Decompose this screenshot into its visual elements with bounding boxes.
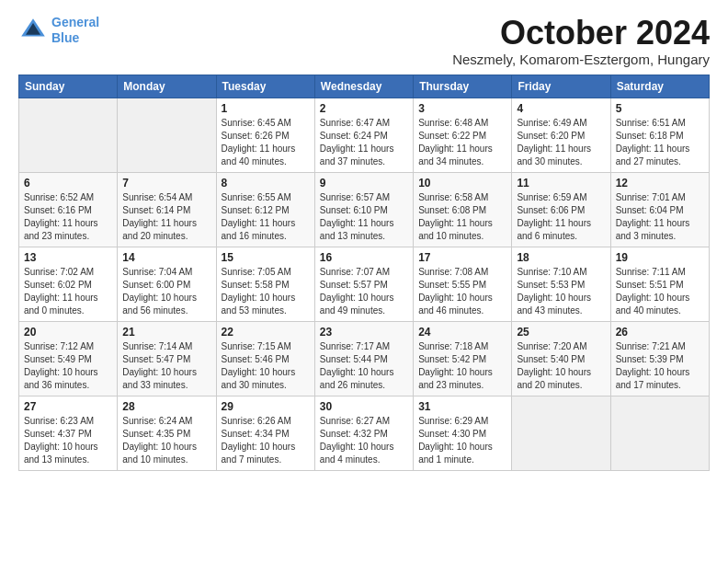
day-info: Sunrise: 6:55 AMSunset: 6:12 PMDaylight:… <box>222 191 310 243</box>
day-info: Sunrise: 7:11 AMSunset: 5:51 PMDaylight:… <box>616 266 704 317</box>
day-info: Sunrise: 6:26 AMSunset: 4:34 PMDaylight:… <box>222 415 310 466</box>
month-title: October 2024 <box>452 15 710 52</box>
day-cell: 31Sunrise: 6:29 AMSunset: 4:30 PMDayligh… <box>414 396 512 470</box>
day-number: 12 <box>616 177 704 190</box>
day-number: 30 <box>320 400 408 413</box>
day-cell: 28Sunrise: 6:24 AMSunset: 4:35 PMDayligh… <box>118 396 216 470</box>
week-row-1: 1Sunrise: 6:45 AMSunset: 6:26 PMDaylight… <box>19 98 710 172</box>
day-number: 4 <box>517 102 605 115</box>
day-info: Sunrise: 6:24 AMSunset: 4:35 PMDaylight:… <box>122 415 210 466</box>
day-info: Sunrise: 7:07 AMSunset: 5:57 PMDaylight:… <box>320 266 408 317</box>
day-number: 13 <box>24 251 112 264</box>
day-cell: 8Sunrise: 6:55 AMSunset: 6:12 PMDaylight… <box>216 172 314 247</box>
day-info: Sunrise: 6:58 AMSunset: 6:08 PMDaylight:… <box>418 191 506 243</box>
day-number: 24 <box>418 326 506 339</box>
day-cell: 9Sunrise: 6:57 AMSunset: 6:10 PMDaylight… <box>314 172 413 247</box>
day-number: 15 <box>222 251 310 264</box>
day-info: Sunrise: 7:08 AMSunset: 5:55 PMDaylight:… <box>418 266 506 317</box>
day-info: Sunrise: 6:51 AMSunset: 6:18 PMDaylight:… <box>616 117 704 168</box>
day-cell: 24Sunrise: 7:18 AMSunset: 5:42 PMDayligh… <box>414 321 512 396</box>
day-info: Sunrise: 6:59 AMSunset: 6:06 PMDaylight:… <box>517 191 605 243</box>
weekday-header-wednesday: Wednesday <box>314 75 413 98</box>
day-number: 3 <box>418 102 506 115</box>
day-cell: 13Sunrise: 7:02 AMSunset: 6:02 PMDayligh… <box>19 247 118 321</box>
day-info: Sunrise: 7:12 AMSunset: 5:49 PMDaylight:… <box>24 340 112 392</box>
logo-text: General Blue <box>51 15 99 46</box>
day-info: Sunrise: 7:01 AMSunset: 6:04 PMDaylight:… <box>616 191 704 243</box>
calendar-table: SundayMondayTuesdayWednesdayThursdayFrid… <box>18 75 710 471</box>
day-cell: 11Sunrise: 6:59 AMSunset: 6:06 PMDayligh… <box>512 172 610 247</box>
weekday-header-monday: Monday <box>118 75 216 98</box>
day-info: Sunrise: 6:29 AMSunset: 4:30 PMDaylight:… <box>418 415 506 466</box>
logo: General Blue <box>18 15 99 46</box>
day-cell: 26Sunrise: 7:21 AMSunset: 5:39 PMDayligh… <box>610 321 709 396</box>
day-cell: 7Sunrise: 6:54 AMSunset: 6:14 PMDaylight… <box>118 172 216 247</box>
day-number: 23 <box>320 326 408 339</box>
week-row-3: 13Sunrise: 7:02 AMSunset: 6:02 PMDayligh… <box>19 247 710 321</box>
day-cell: 19Sunrise: 7:11 AMSunset: 5:51 PMDayligh… <box>610 247 709 321</box>
day-cell: 6Sunrise: 6:52 AMSunset: 6:16 PMDaylight… <box>19 172 118 247</box>
day-number: 10 <box>418 177 506 190</box>
day-info: Sunrise: 7:18 AMSunset: 5:42 PMDaylight:… <box>418 340 506 392</box>
day-info: Sunrise: 7:14 AMSunset: 5:47 PMDaylight:… <box>122 340 210 392</box>
day-number: 28 <box>122 400 210 413</box>
day-number: 11 <box>517 177 605 190</box>
week-row-5: 27Sunrise: 6:23 AMSunset: 4:37 PMDayligh… <box>19 396 710 470</box>
weekday-header-friday: Friday <box>512 75 610 98</box>
day-number: 22 <box>222 326 310 339</box>
day-cell: 3Sunrise: 6:48 AMSunset: 6:22 PMDaylight… <box>414 98 512 172</box>
logo-icon <box>18 16 48 45</box>
day-info: Sunrise: 7:10 AMSunset: 5:53 PMDaylight:… <box>517 266 605 317</box>
day-info: Sunrise: 7:20 AMSunset: 5:40 PMDaylight:… <box>517 340 605 392</box>
day-number: 7 <box>122 177 210 190</box>
day-info: Sunrise: 6:57 AMSunset: 6:10 PMDaylight:… <box>320 191 408 243</box>
day-cell <box>512 396 610 470</box>
day-info: Sunrise: 6:48 AMSunset: 6:22 PMDaylight:… <box>418 117 506 168</box>
day-info: Sunrise: 7:02 AMSunset: 6:02 PMDaylight:… <box>24 266 112 317</box>
day-cell: 18Sunrise: 7:10 AMSunset: 5:53 PMDayligh… <box>512 247 610 321</box>
day-number: 6 <box>24 177 112 190</box>
day-info: Sunrise: 6:52 AMSunset: 6:16 PMDaylight:… <box>24 191 112 243</box>
day-cell: 21Sunrise: 7:14 AMSunset: 5:47 PMDayligh… <box>118 321 216 396</box>
day-cell: 22Sunrise: 7:15 AMSunset: 5:46 PMDayligh… <box>216 321 314 396</box>
day-info: Sunrise: 6:27 AMSunset: 4:32 PMDaylight:… <box>320 415 408 466</box>
day-info: Sunrise: 6:47 AMSunset: 6:24 PMDaylight:… <box>320 117 408 168</box>
weekday-header-thursday: Thursday <box>414 75 512 98</box>
day-info: Sunrise: 7:04 AMSunset: 6:00 PMDaylight:… <box>122 266 210 317</box>
day-cell: 1Sunrise: 6:45 AMSunset: 6:26 PMDaylight… <box>216 98 314 172</box>
weekday-header-saturday: Saturday <box>610 75 709 98</box>
day-number: 17 <box>418 251 506 264</box>
day-number: 27 <box>24 400 112 413</box>
day-cell: 5Sunrise: 6:51 AMSunset: 6:18 PMDaylight… <box>610 98 709 172</box>
day-info: Sunrise: 7:05 AMSunset: 5:58 PMDaylight:… <box>222 266 310 317</box>
day-number: 18 <box>517 251 605 264</box>
day-info: Sunrise: 7:17 AMSunset: 5:44 PMDaylight:… <box>320 340 408 392</box>
day-cell: 2Sunrise: 6:47 AMSunset: 6:24 PMDaylight… <box>314 98 413 172</box>
week-row-2: 6Sunrise: 6:52 AMSunset: 6:16 PMDaylight… <box>19 172 710 247</box>
day-number: 9 <box>320 177 408 190</box>
day-number: 19 <box>616 251 704 264</box>
day-number: 21 <box>122 326 210 339</box>
day-cell <box>610 396 709 470</box>
day-info: Sunrise: 6:54 AMSunset: 6:14 PMDaylight:… <box>122 191 210 243</box>
day-number: 5 <box>616 102 704 115</box>
day-cell: 27Sunrise: 6:23 AMSunset: 4:37 PMDayligh… <box>19 396 118 470</box>
day-cell: 20Sunrise: 7:12 AMSunset: 5:49 PMDayligh… <box>19 321 118 396</box>
day-number: 20 <box>24 326 112 339</box>
day-number: 14 <box>122 251 210 264</box>
page-header: General Blue October 2024 Neszmely, Koma… <box>18 15 710 67</box>
week-row-4: 20Sunrise: 7:12 AMSunset: 5:49 PMDayligh… <box>19 321 710 396</box>
day-info: Sunrise: 6:45 AMSunset: 6:26 PMDaylight:… <box>222 117 310 168</box>
day-number: 8 <box>222 177 310 190</box>
day-number: 16 <box>320 251 408 264</box>
day-cell: 4Sunrise: 6:49 AMSunset: 6:20 PMDaylight… <box>512 98 610 172</box>
location: Neszmely, Komarom-Esztergom, Hungary <box>452 52 710 67</box>
day-number: 26 <box>616 326 704 339</box>
day-cell <box>19 98 118 172</box>
day-info: Sunrise: 6:49 AMSunset: 6:20 PMDaylight:… <box>517 117 605 168</box>
day-number: 2 <box>320 102 408 115</box>
day-number: 1 <box>222 102 310 115</box>
day-cell: 17Sunrise: 7:08 AMSunset: 5:55 PMDayligh… <box>414 247 512 321</box>
day-cell: 12Sunrise: 7:01 AMSunset: 6:04 PMDayligh… <box>610 172 709 247</box>
weekday-header-tuesday: Tuesday <box>216 75 314 98</box>
